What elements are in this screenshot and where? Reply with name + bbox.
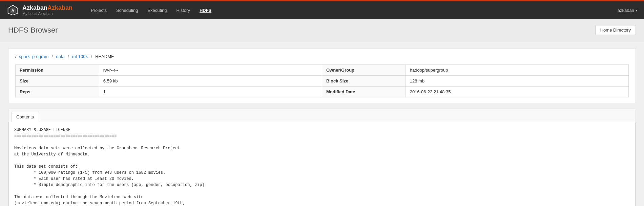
user-menu[interactable]: azkaban ▾: [618, 8, 637, 13]
modified-date-value: 2016-06-22 21:48:35: [406, 87, 628, 97]
modified-date-label: Modified Date: [322, 87, 406, 97]
azkaban-logo-icon: A: [7, 4, 19, 16]
block-size-label: Block Size: [322, 76, 406, 87]
brand-logo-link[interactable]: A Azkaban Azkaban My Local Azkaban: [7, 4, 72, 16]
username-label: azkaban: [618, 8, 634, 13]
nav-executing[interactable]: Executing: [143, 5, 171, 16]
nav-hdfs[interactable]: HDFS: [195, 5, 216, 16]
breadcrumb: / spark_program / data / ml-100k / READM…: [15, 54, 629, 59]
brand-name-white: Azkaban: [22, 4, 47, 12]
file-panel: / spark_program / data / ml-100k / READM…: [8, 48, 636, 103]
reps-label: Reps: [16, 87, 99, 97]
page-header: HDFS Browser Home Directory: [0, 19, 644, 41]
svg-text:A: A: [12, 8, 15, 13]
table-row: Permission rw-r--r-- Owner/Group hadoop/…: [16, 65, 629, 76]
owner-value: hadoop/supergroup: [406, 65, 628, 76]
permission-value: rw-r--r--: [99, 65, 322, 76]
permission-label: Permission: [16, 65, 99, 76]
breadcrumb-spark-program[interactable]: spark_program: [19, 54, 48, 59]
tab-contents[interactable]: Contents: [11, 112, 39, 122]
owner-label: Owner/Group: [322, 65, 406, 76]
nav-links: Projects Scheduling Executing History HD…: [86, 5, 216, 16]
table-row: Reps 1 Modified Date 2016-06-22 21:48:35: [16, 87, 629, 97]
breadcrumb-readme: README: [95, 54, 114, 59]
breadcrumb-ml100k[interactable]: ml-100k: [72, 54, 88, 59]
brand-text: Azkaban Azkaban My Local Azkaban: [22, 4, 72, 16]
breadcrumb-sep-3: /: [90, 54, 94, 59]
tabs-container: Contents SUMMARY & USAGE LICENSE =======…: [8, 109, 636, 206]
brand-name-orange: Azkaban: [47, 4, 72, 12]
reps-value: 1: [99, 87, 322, 97]
navbar: A Azkaban Azkaban My Local Azkaban Proje…: [0, 0, 644, 19]
brand-subtitle: My Local Azkaban: [22, 12, 72, 16]
breadcrumb-sep-2: /: [66, 54, 70, 59]
breadcrumb-separator-root: /: [15, 54, 18, 59]
page-title: HDFS Browser: [8, 26, 58, 35]
size-value: 6.59 kb: [99, 76, 322, 87]
size-label: Size: [16, 76, 99, 87]
nav-projects[interactable]: Projects: [86, 5, 111, 16]
file-content-text: SUMMARY & USAGE LICENSE ================…: [14, 127, 630, 206]
contents-panel: SUMMARY & USAGE LICENSE ================…: [8, 122, 636, 206]
table-row: Size 6.59 kb Block Size 128 mb: [16, 76, 629, 87]
main-content: / spark_program / data / ml-100k / READM…: [0, 41, 644, 206]
breadcrumb-data[interactable]: data: [56, 54, 64, 59]
breadcrumb-sep-1: /: [50, 54, 54, 59]
nav-right: azkaban ▾: [618, 8, 637, 13]
nav-history[interactable]: History: [171, 5, 194, 16]
tab-list: Contents: [8, 109, 636, 122]
caret-icon: ▾: [636, 8, 637, 12]
home-directory-button[interactable]: Home Directory: [595, 25, 636, 35]
nav-scheduling[interactable]: Scheduling: [111, 5, 143, 16]
metadata-table: Permission rw-r--r-- Owner/Group hadoop/…: [15, 64, 629, 97]
block-size-value: 128 mb: [406, 76, 628, 87]
